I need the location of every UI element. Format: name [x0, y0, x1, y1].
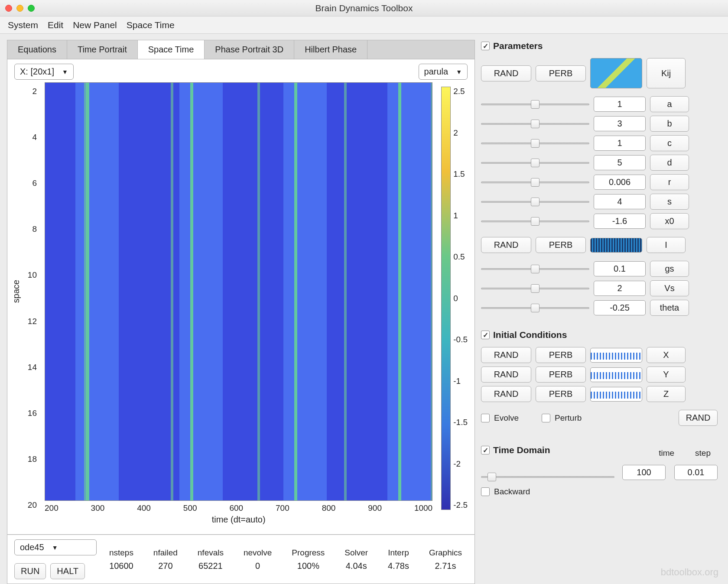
halt-button[interactable]: HALT [50, 563, 85, 579]
backward-label: Backward [494, 487, 530, 496]
stat-label: nfevals [198, 548, 224, 558]
stat-label: Solver [344, 548, 368, 558]
plot-panel: X: [20x1] ▼ parula ▼ space 2 4 6 8 10 12 [7, 59, 475, 535]
chevron-down-icon: ▼ [52, 544, 58, 551]
colorbar: 2.5 2 1.5 1 0.5 0 -0.5 -1 -1.5 -2 -2.5 [439, 82, 468, 525]
ic-Z-rand-button[interactable]: RAND [481, 386, 531, 402]
tab-spacer [367, 40, 474, 59]
param-r-field[interactable]: 0.006 [594, 175, 646, 190]
param-Vs-label-button[interactable]: Vs [650, 280, 689, 296]
ic-Z-preview[interactable] [590, 387, 642, 402]
kij-preview[interactable] [590, 58, 642, 88]
param-a-slider[interactable] [481, 100, 589, 109]
stat-value: 4.78s [388, 561, 409, 571]
menu-new-panel[interactable]: New Panel [73, 20, 117, 30]
param-theta-label-button[interactable]: theta [650, 300, 689, 316]
param-c-label-button[interactable]: c [650, 135, 689, 151]
param-I-rand-button[interactable]: RAND [481, 237, 531, 253]
param-gs-field[interactable]: 0.1 [594, 261, 646, 276]
run-button[interactable]: RUN [14, 563, 46, 579]
ic-Z-label-button[interactable]: Z [647, 386, 686, 402]
perturb-label: Perturb [555, 413, 674, 423]
ic-Y-preview[interactable] [590, 367, 642, 382]
param-x0-field[interactable]: -1.6 [594, 214, 646, 229]
param-I-perb-button[interactable]: PERB [536, 237, 586, 253]
param-Vs-field[interactable]: 2 [594, 281, 646, 296]
colormap-select[interactable]: parula ▼ [419, 64, 468, 80]
param-c-field[interactable]: 1 [594, 136, 646, 151]
tab-bar: Equations Time Portrait Space Time Phase… [7, 40, 475, 59]
ic-Y-perb-button[interactable]: PERB [536, 367, 586, 383]
stat-value: 10600 [109, 561, 133, 571]
ic-Y-label-button[interactable]: Y [647, 367, 686, 383]
ic-X-label-button[interactable]: X [647, 347, 686, 363]
param-s-slider[interactable] [481, 198, 589, 206]
ic-X-preview[interactable] [590, 348, 642, 363]
param-s-field[interactable]: 4 [594, 194, 646, 209]
watermark: bdtoolbox.org [661, 567, 718, 578]
ic-X-rand-button[interactable]: RAND [481, 347, 531, 363]
window-title: Brain Dynamics Toolbox [0, 3, 728, 13]
time-label: time [659, 448, 674, 458]
time-domain-checkbox[interactable] [481, 446, 490, 454]
param-d-field[interactable]: 5 [594, 155, 646, 170]
stat-value: 2.71s [429, 561, 462, 571]
param-d-label-button[interactable]: d [650, 155, 689, 171]
param-b-field[interactable]: 3 [594, 116, 646, 131]
param-theta-slider[interactable] [481, 304, 589, 312]
params-rand-button[interactable]: RAND [481, 65, 531, 81]
initial-conditions-checkbox[interactable] [481, 331, 490, 339]
time-field[interactable]: 100 [622, 465, 666, 480]
param-I-label-button[interactable]: I [647, 237, 686, 253]
kij-button[interactable]: Kij [647, 58, 686, 88]
param-a-field[interactable]: 1 [594, 97, 646, 112]
stat-value: 100% [292, 561, 325, 571]
parameters-checkbox[interactable] [481, 42, 490, 50]
params-perb-button[interactable]: PERB [536, 65, 586, 81]
tab-hilbert-phase[interactable]: Hilbert Phase [294, 40, 367, 59]
param-b-label-button[interactable]: b [650, 116, 689, 132]
tab-equations[interactable]: Equations [7, 40, 67, 59]
param-d-slider[interactable] [481, 159, 589, 167]
param-x0-label-button[interactable]: x0 [650, 213, 689, 229]
param-gs-label-button[interactable]: gs [650, 261, 689, 277]
menu-space-time[interactable]: Space Time [127, 20, 175, 30]
stat-label: nsteps [109, 548, 133, 558]
param-r-label-button[interactable]: r [650, 174, 689, 190]
evolve-label: Evolve [494, 413, 537, 423]
stat-label: Progress [292, 548, 325, 558]
menu-edit[interactable]: Edit [48, 20, 63, 30]
ic-rand-all-button[interactable]: RAND [679, 410, 718, 426]
colormap-select-label: parula [424, 67, 448, 77]
stat-value: 270 [153, 561, 178, 571]
param-b-slider[interactable] [481, 120, 589, 128]
param-r-slider[interactable] [481, 178, 589, 187]
step-field[interactable]: 0.01 [674, 465, 718, 480]
param-a-label-button[interactable]: a [650, 96, 689, 112]
variable-select-label: X: [20x1] [20, 67, 54, 77]
tab-time-portrait[interactable]: Time Portrait [67, 40, 138, 59]
param-theta-field[interactable]: -0.25 [594, 300, 646, 315]
ic-Z-perb-button[interactable]: PERB [536, 386, 586, 402]
ic-Y-rand-button[interactable]: RAND [481, 367, 531, 383]
param-gs-slider[interactable] [481, 265, 589, 273]
param-I-preview[interactable] [590, 238, 642, 253]
param-c-slider[interactable] [481, 139, 589, 148]
colorbar-gradient [441, 87, 451, 510]
tab-space-time[interactable]: Space Time [138, 40, 205, 59]
solver-select[interactable]: ode45 ▼ [14, 539, 97, 555]
param-Vs-slider[interactable] [481, 284, 589, 293]
menu-system[interactable]: System [8, 20, 38, 30]
chevron-down-icon: ▼ [456, 68, 462, 75]
tab-phase-portrait-3d[interactable]: Phase Portrait 3D [205, 40, 294, 59]
evolve-checkbox[interactable] [481, 414, 490, 422]
param-x0-slider[interactable] [481, 217, 589, 226]
solver-select-label: ode45 [20, 542, 44, 552]
y-axis-label: space [11, 279, 21, 302]
perturb-checkbox[interactable] [542, 414, 550, 422]
chevron-down-icon: ▼ [62, 68, 68, 75]
variable-select[interactable]: X: [20x1] ▼ [14, 64, 74, 80]
param-s-label-button[interactable]: s [650, 194, 689, 210]
backward-checkbox[interactable] [481, 487, 490, 496]
ic-X-perb-button[interactable]: PERB [536, 347, 586, 363]
